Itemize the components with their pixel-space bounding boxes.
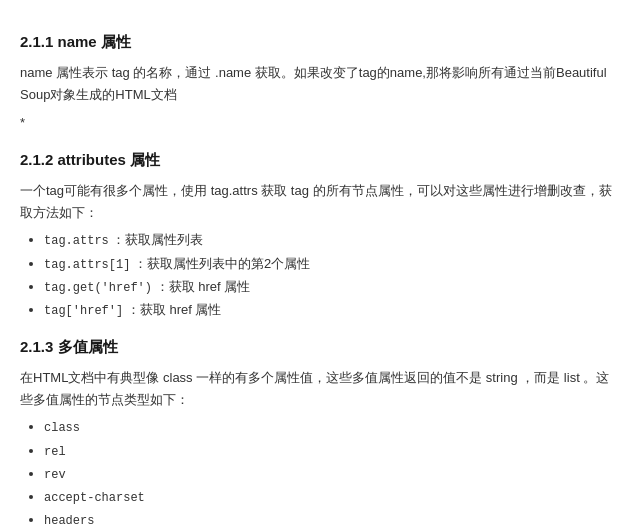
code-item: tag['href'] [44,304,123,318]
section-212-intro: 一个tag可能有很多个属性，使用 tag.attrs 获取 tag 的所有节点属… [20,180,620,224]
section-213: 2.1.3 多值属性 在HTML文档中有典型像 class 一样的有多个属性值，… [20,335,620,529]
code-item: tag.attrs[1] [44,258,130,272]
code-item: class [44,421,80,435]
code-item: rel [44,445,66,459]
section-213-intro: 在HTML文档中有典型像 class 一样的有多个属性值，这些多值属性返回的值不… [20,367,620,411]
list-item: rev [44,464,620,485]
list-item: tag.attrs[1] ：获取属性列表中的第2个属性 [44,254,620,275]
page-content: 2.1.1 name 属性 name 属性表示 tag 的名称，通过 .name… [20,30,620,529]
code-item: rev [44,468,66,482]
list-item: class [44,417,620,438]
list-item: accept-charset [44,487,620,508]
section-212: 2.1.2 attributes 属性 一个tag可能有很多个属性，使用 tag… [20,148,620,321]
code-item: tag.attrs [44,234,109,248]
section-213-list: class rel rev accept-charset headers acc… [44,417,620,529]
list-item: rel [44,441,620,462]
section-211-para1: name 属性表示 tag 的名称，通过 .name 获取。如果改变了tag的n… [20,62,620,106]
section-213-heading: 2.1.3 多值属性 [20,335,620,359]
section-211: 2.1.1 name 属性 name 属性表示 tag 的名称，通过 .name… [20,30,620,134]
code-item: accept-charset [44,491,145,505]
code-item: tag.get('href') [44,281,152,295]
section-211-para2: * [20,112,620,134]
section-212-list: tag.attrs ：获取属性列表 tag.attrs[1] ：获取属性列表中的… [44,230,620,321]
list-item: headers [44,510,620,529]
list-item: tag.get('href') ：获取 href 属性 [44,277,620,298]
code-item: headers [44,514,94,528]
list-item: tag['href'] ：获取 href 属性 [44,300,620,321]
section-212-heading: 2.1.2 attributes 属性 [20,148,620,172]
section-211-heading: 2.1.1 name 属性 [20,30,620,54]
list-item: tag.attrs ：获取属性列表 [44,230,620,251]
